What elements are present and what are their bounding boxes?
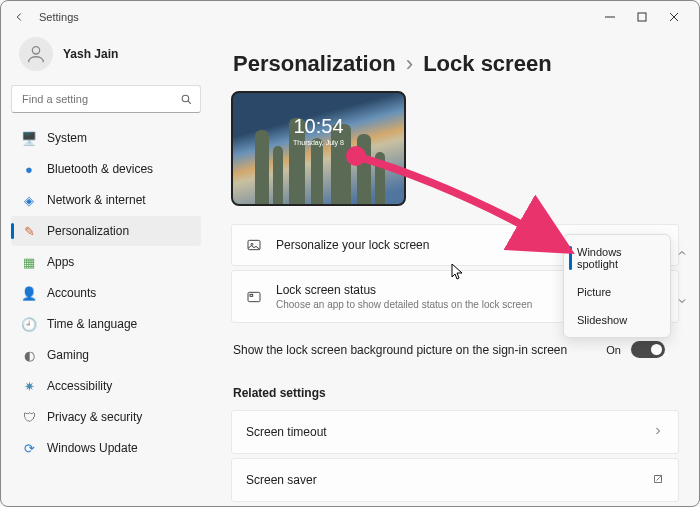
nav-label: Privacy & security [47, 410, 142, 424]
nav-label: Gaming [47, 348, 89, 362]
nav-icon: ◈ [21, 192, 37, 208]
titlebar-app-name: Settings [39, 11, 79, 23]
breadcrumb-separator: › [406, 51, 413, 76]
screen-timeout-label: Screen timeout [246, 425, 638, 439]
picture-icon [246, 237, 262, 253]
nav-icon: 👤 [21, 285, 37, 301]
sidebar-item-personalization[interactable]: ✎Personalization [11, 216, 201, 246]
nav-label: Accounts [47, 286, 96, 300]
sidebar-item-apps[interactable]: ▦Apps [11, 247, 201, 277]
nav-icon: ✎ [21, 223, 37, 239]
nav-icon: ● [21, 161, 37, 177]
dropdown-option-slideshow[interactable]: Slideshow [567, 306, 667, 334]
nav-icon: 🕘 [21, 316, 37, 332]
nav-label: Personalization [47, 224, 129, 238]
sidebar-item-privacy-security[interactable]: 🛡Privacy & security [11, 402, 201, 432]
nav-label: Time & language [47, 317, 137, 331]
nav-icon: ⟳ [21, 440, 37, 456]
sidebar: Yash Jain 🖥️System●Bluetooth & devices◈N… [1, 33, 211, 506]
preview-date: Thursday, July 8 [233, 139, 404, 146]
related-heading: Related settings [233, 386, 679, 400]
minimize-button[interactable] [603, 10, 617, 24]
nav-icon: 🖥️ [21, 130, 37, 146]
close-button[interactable] [667, 10, 681, 24]
toggle-label: On [606, 344, 621, 356]
dropdown-option-picture[interactable]: Picture [567, 278, 667, 306]
signin-bg-title: Show the lock screen background picture … [233, 343, 592, 357]
avatar [19, 37, 53, 71]
search-input[interactable] [11, 85, 201, 113]
user-profile[interactable]: Yash Jain [11, 33, 201, 85]
svg-point-2 [32, 47, 39, 54]
sidebar-item-system[interactable]: 🖥️System [11, 123, 201, 153]
sidebar-item-accounts[interactable]: 👤Accounts [11, 278, 201, 308]
svg-rect-6 [248, 292, 260, 301]
nav-icon: ▦ [21, 254, 37, 270]
lock-screen-preview: 10:54 Thursday, July 8 [231, 91, 406, 206]
chevron-up-icon[interactable] [676, 245, 688, 263]
personalize-dropdown: Windows spotlight Picture Slideshow [563, 234, 671, 338]
breadcrumb: Personalization › Lock screen [233, 51, 679, 77]
chevron-right-icon [652, 423, 664, 441]
sidebar-item-time-language[interactable]: 🕘Time & language [11, 309, 201, 339]
screen-saver-row[interactable]: Screen saver [231, 458, 679, 502]
maximize-button[interactable] [635, 10, 649, 24]
svg-rect-7 [250, 294, 253, 296]
screen-saver-label: Screen saver [246, 473, 638, 487]
svg-rect-1 [638, 13, 646, 21]
nav-label: Apps [47, 255, 74, 269]
open-icon [652, 471, 664, 489]
nav-icon: ✷ [21, 378, 37, 394]
titlebar: Settings [1, 1, 699, 33]
nav-label: System [47, 131, 87, 145]
page-title: Lock screen [423, 51, 551, 76]
window-controls [603, 10, 691, 24]
sidebar-item-bluetooth-devices[interactable]: ●Bluetooth & devices [11, 154, 201, 184]
nav-label: Windows Update [47, 441, 138, 455]
breadcrumb-parent[interactable]: Personalization [233, 51, 396, 76]
sidebar-item-network-internet[interactable]: ◈Network & internet [11, 185, 201, 215]
nav-icon: 🛡 [21, 409, 37, 425]
back-button[interactable] [9, 7, 29, 27]
sidebar-item-gaming[interactable]: ◐Gaming [11, 340, 201, 370]
dropdown-option-spotlight[interactable]: Windows spotlight [567, 238, 667, 278]
nav-label: Bluetooth & devices [47, 162, 153, 176]
nav-icon: ◐ [21, 347, 37, 363]
nav-label: Network & internet [47, 193, 146, 207]
status-icon [246, 289, 262, 305]
user-name: Yash Jain [63, 47, 118, 61]
signin-bg-toggle[interactable] [631, 341, 665, 358]
sidebar-item-windows-update[interactable]: ⟳Windows Update [11, 433, 201, 463]
sidebar-item-accessibility[interactable]: ✷Accessibility [11, 371, 201, 401]
nav-label: Accessibility [47, 379, 112, 393]
preview-time: 10:54 [233, 115, 404, 138]
screen-timeout-row[interactable]: Screen timeout [231, 410, 679, 454]
svg-point-5 [251, 243, 253, 245]
chevron-down-icon[interactable] [676, 293, 688, 311]
